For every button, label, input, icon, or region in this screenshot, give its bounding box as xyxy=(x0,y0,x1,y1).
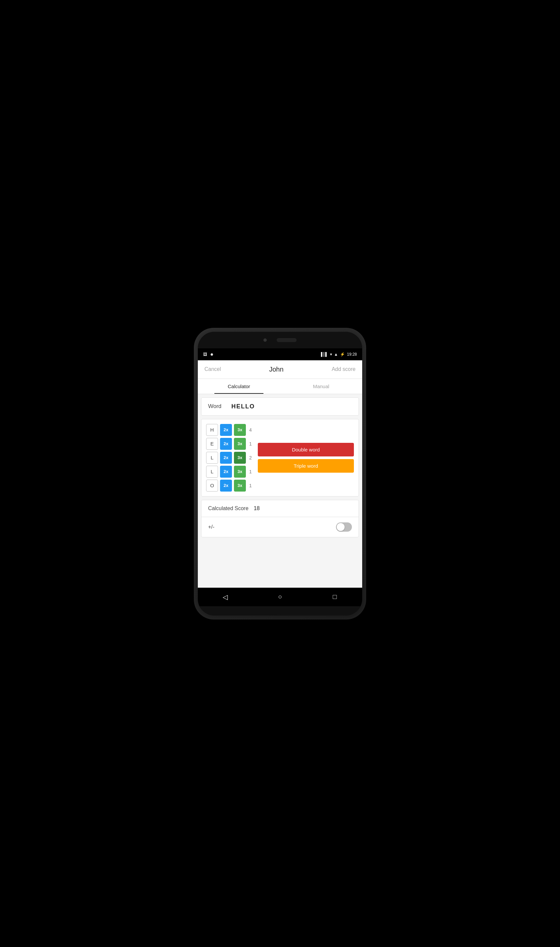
l1-score: 2 xyxy=(248,455,253,460)
calculated-score-value: 18 xyxy=(254,505,260,511)
o-2x-button[interactable]: 2x xyxy=(220,480,232,491)
letter-cell-h: H xyxy=(206,424,218,436)
letter-row-h: H 2x 3x 4 xyxy=(206,424,253,436)
o-score: 1 xyxy=(248,483,253,488)
h-2x-button[interactable]: 2x xyxy=(220,424,232,436)
h-score: 4 xyxy=(248,427,253,433)
tab-manual[interactable]: Manual xyxy=(280,379,362,394)
letter-cell-e: E xyxy=(206,438,218,450)
speaker xyxy=(277,338,297,342)
time-display: 19:28 xyxy=(347,352,357,357)
calculated-score-label: Calculated Score xyxy=(208,505,249,511)
player-name-title: John xyxy=(269,366,283,373)
e-2x-button[interactable]: 2x xyxy=(220,438,232,450)
letter-cell-l1: L xyxy=(206,452,218,464)
status-right-area: ▐║▌ ▾ ▲ ⚡ 19:28 xyxy=(320,352,357,357)
phone-top-hardware xyxy=(198,332,362,348)
tabs-bar: Calculator Manual xyxy=(198,379,362,394)
image-icon: 🖼 xyxy=(203,352,207,357)
app-header: Cancel John Add score xyxy=(198,360,362,379)
letter-row-l1: L 2x 3x 2 xyxy=(206,452,253,464)
back-button[interactable]: ◁ xyxy=(219,590,232,604)
e-score: 1 xyxy=(248,441,253,447)
l2-3x-button[interactable]: 3x xyxy=(234,466,246,477)
score-card: Calculated Score 18 +/- xyxy=(201,500,359,537)
l1-3x-button[interactable]: 3x xyxy=(234,452,246,464)
battery-icon: ⚡ xyxy=(340,352,345,357)
phone-bottom-hardware xyxy=(198,606,362,616)
add-score-button[interactable]: Add score xyxy=(332,366,355,372)
letters-grid: H 2x 3x 4 E 2x 3x 1 xyxy=(206,424,253,491)
letters-card: H 2x 3x 4 E 2x 3x 1 xyxy=(201,419,359,497)
recent-apps-button[interactable]: □ xyxy=(328,590,341,604)
l1-2x-button[interactable]: 2x xyxy=(220,452,232,464)
h-3x-button[interactable]: 3x xyxy=(234,424,246,436)
plus-minus-toggle[interactable] xyxy=(336,522,352,532)
signal-icon: ▲ xyxy=(334,352,338,357)
bottom-nav: ◁ ○ □ xyxy=(198,588,362,606)
cancel-button[interactable]: Cancel xyxy=(205,366,221,372)
e-3x-button[interactable]: 3x xyxy=(234,438,246,450)
calculated-score-row: Calculated Score 18 xyxy=(202,500,358,517)
l2-score: 1 xyxy=(248,469,253,474)
o-3x-button[interactable]: 3x xyxy=(234,480,246,491)
letter-cell-o: O xyxy=(206,480,218,491)
letter-row-l2: L 2x 3x 1 xyxy=(206,466,253,477)
toggle-knob xyxy=(337,523,345,531)
letter-row-e: E 2x 3x 1 xyxy=(206,438,253,450)
word-value: HELLO xyxy=(231,403,255,410)
plus-minus-label: +/- xyxy=(208,524,331,530)
word-label: Word xyxy=(208,403,222,410)
home-button[interactable]: ○ xyxy=(273,590,287,604)
status-bar: 🖼 ☻ ▐║▌ ▾ ▲ ⚡ 19:28 xyxy=(198,348,362,360)
app-screen: Cancel John Add score Calculator Manual … xyxy=(198,360,362,588)
double-word-button[interactable]: Double word xyxy=(258,443,354,456)
phone-device: 🖼 ☻ ▐║▌ ▾ ▲ ⚡ 19:28 Cancel John Add scor… xyxy=(194,328,366,619)
wifi-icon: ▾ xyxy=(330,352,332,357)
letter-cell-l2: L xyxy=(206,466,218,477)
letter-row-o: O 2x 3x 1 xyxy=(206,480,253,491)
phone-screen: 🖼 ☻ ▐║▌ ▾ ▲ ⚡ 19:28 Cancel John Add scor… xyxy=(198,332,362,616)
front-camera xyxy=(263,339,267,342)
status-left-icons: 🖼 ☻ xyxy=(203,352,214,357)
main-content: Word HELLO H 2x 3x 4 xyxy=(198,394,362,588)
plus-minus-row: +/- xyxy=(202,517,358,537)
l2-2x-button[interactable]: 2x xyxy=(220,466,232,477)
word-multiplier-area: Double word Triple word xyxy=(258,424,354,491)
tab-calculator[interactable]: Calculator xyxy=(198,379,280,394)
android-icon: ☻ xyxy=(210,352,214,357)
triple-word-button[interactable]: Triple word xyxy=(258,459,354,473)
word-card: Word HELLO xyxy=(201,397,359,416)
vibrate-icon: ▐║▌ xyxy=(320,352,328,357)
